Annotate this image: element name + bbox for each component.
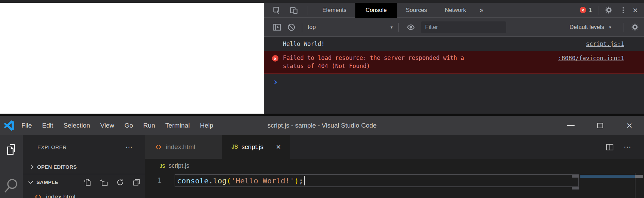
code-token: . <box>209 177 213 185</box>
editor-tabbar: index.html JS script.js × ⋯ <box>145 135 644 159</box>
search-icon[interactable] <box>4 179 18 198</box>
text-cursor <box>304 176 305 185</box>
devtools-close-icon[interactable]: × <box>633 6 638 15</box>
divider <box>398 23 399 32</box>
more-tabs-icon[interactable]: » <box>475 3 488 18</box>
vscode-titlebar: File Edit Selection View Go Run Terminal… <box>0 116 644 135</box>
overview-ruler-marker <box>635 175 643 178</box>
log-levels-dropdown[interactable]: Default levels ▼ <box>569 24 612 31</box>
console-filter-input[interactable] <box>421 21 506 33</box>
new-folder-icon[interactable] <box>100 178 108 186</box>
close-icon: × <box>626 120 632 131</box>
vscode-logo-icon <box>4 120 14 131</box>
html-file-icon <box>155 144 162 151</box>
menu-view[interactable]: View <box>95 116 119 135</box>
more-options-icon[interactable] <box>623 7 624 13</box>
divider <box>307 6 307 15</box>
minimize-button[interactable] <box>556 116 585 135</box>
menu-selection[interactable]: Selection <box>58 116 95 135</box>
breadcrumb[interactable]: JS script.js <box>145 159 644 173</box>
split-editor-icon[interactable] <box>606 143 614 151</box>
section-sample-folder[interactable]: SAMPLE <box>23 174 145 190</box>
code-token: 'Hello World!' <box>231 177 294 185</box>
tab-index-html[interactable]: index.html <box>145 135 222 159</box>
error-count: 1 <box>589 7 592 13</box>
console-sidebar-toggle-icon[interactable] <box>273 23 281 32</box>
error-icon: × <box>272 55 278 62</box>
tab-close-icon[interactable]: × <box>276 143 281 151</box>
tab-script-js[interactable]: JS script.js × <box>222 135 290 159</box>
menu-help[interactable]: Help <box>195 116 218 135</box>
device-toolbar-icon[interactable] <box>289 6 298 15</box>
source-link-script[interactable]: script.js:1 <box>586 40 624 47</box>
refresh-icon[interactable] <box>116 178 124 186</box>
explorer-files-icon[interactable] <box>5 143 17 156</box>
chevron-down-icon: ▼ <box>608 25 612 29</box>
close-button[interactable]: × <box>615 116 644 135</box>
menu-edit[interactable]: Edit <box>37 116 59 135</box>
chevron-down-icon <box>27 179 34 186</box>
chevron-down-icon: ▼ <box>390 25 393 29</box>
tab-sources[interactable]: Sources <box>397 3 436 18</box>
divider <box>302 23 302 32</box>
console-log-text: Hello World! <box>283 40 325 47</box>
chevron-right-icon <box>28 163 36 170</box>
console-log-row: Hello World! script.js:1 <box>264 37 644 51</box>
minimize-icon <box>567 125 575 126</box>
inspect-element-icon[interactable] <box>272 6 281 15</box>
minimap-code-line[interactable] <box>580 175 635 178</box>
editor-more-actions-icon[interactable]: ⋯ <box>624 143 632 151</box>
source-link-favicon[interactable]: :8080/favicon.ico:1 <box>558 54 624 62</box>
html-file-icon <box>34 193 42 198</box>
error-count-icon[interactable]: × <box>580 7 586 13</box>
breadcrumb-filename: script.js <box>168 162 189 169</box>
divider <box>624 23 624 32</box>
settings-gear-icon[interactable] <box>605 6 613 14</box>
menu-file[interactable]: File <box>16 116 37 135</box>
clear-console-icon[interactable] <box>287 23 296 32</box>
maximize-icon <box>597 123 603 128</box>
editor-decoration <box>572 175 579 178</box>
menu-run[interactable]: Run <box>138 116 160 135</box>
browser-viewport <box>0 3 264 114</box>
console-messages: Hello World! script.js:1 × Failed to loa… <box>264 37 644 87</box>
prompt-chevron-icon: › <box>273 76 278 87</box>
maximize-button[interactable] <box>585 116 615 135</box>
code-token: ) <box>294 177 299 185</box>
menu-terminal[interactable]: Terminal <box>160 116 195 135</box>
js-file-icon: JS <box>160 163 165 169</box>
activity-bar <box>0 135 23 198</box>
editor-decoration <box>572 187 579 189</box>
sidebar-more-actions-icon[interactable]: ⋯ <box>126 143 133 151</box>
explorer-sidebar: EXPLORER ⋯ OPEN EDITORS SAMPLE <box>23 135 145 198</box>
console-toolbar: top ▼ Default levels ▼ <box>264 18 644 37</box>
console-prompt[interactable]: › <box>264 74 644 87</box>
console-error-row: × Failed to load resource: the server re… <box>264 51 644 74</box>
section-open-editors[interactable]: OPEN EDITORS <box>23 160 145 174</box>
error-text-line2: status of 404 (Not Found) <box>283 62 624 70</box>
divider <box>598 6 598 15</box>
tab-network[interactable]: Network <box>436 3 475 18</box>
file-item-index-html[interactable]: index.html <box>23 190 145 198</box>
vscode-window: File Edit Selection View Go Run Terminal… <box>0 114 644 198</box>
code-editor[interactable]: 1 console.log('Hello World!'); <box>145 173 644 198</box>
code-line[interactable]: console.log('Hello World!'); <box>177 174 305 187</box>
console-settings-gear-icon[interactable] <box>631 23 639 31</box>
collapse-all-icon[interactable] <box>132 178 141 186</box>
live-expression-eye-icon[interactable] <box>406 23 416 32</box>
code-token: log <box>213 177 227 185</box>
menu-go[interactable]: Go <box>119 116 138 135</box>
javascript-context-selector[interactable]: top ▼ <box>308 24 393 31</box>
js-file-icon: JS <box>231 144 238 150</box>
window-controls: × <box>556 116 644 135</box>
new-file-icon[interactable] <box>83 178 92 186</box>
line-number: 1 <box>145 174 175 187</box>
tab-console[interactable]: Console <box>355 3 397 18</box>
tab-elements[interactable]: Elements <box>313 3 355 18</box>
devtools-tabbar: Elements Console Sources Network » × 1 × <box>264 3 644 18</box>
code-token: ; <box>299 177 303 185</box>
code-token: ( <box>227 177 231 185</box>
code-token: console <box>177 177 209 185</box>
devtools-panel: Elements Console Sources Network » × 1 × <box>264 3 644 114</box>
sidebar-title: EXPLORER <box>37 144 67 150</box>
